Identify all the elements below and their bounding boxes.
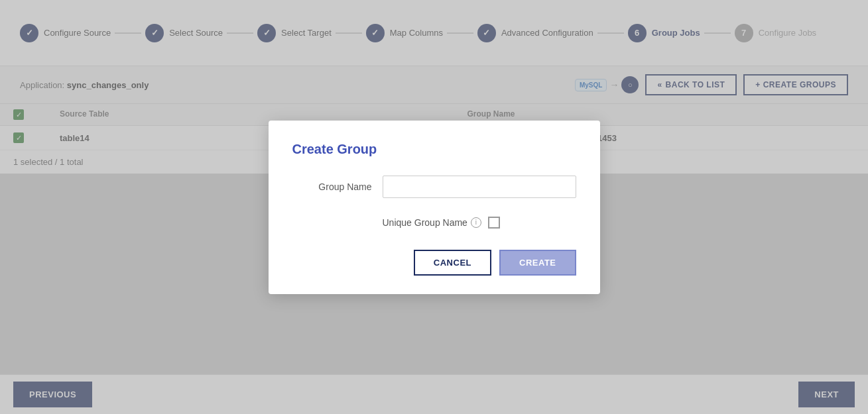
modal-title: Create Group bbox=[292, 142, 576, 157]
info-icon[interactable]: i bbox=[471, 217, 481, 228]
modal-dialog: Create Group Group Name Unique Group Nam… bbox=[269, 121, 600, 294]
unique-group-container: Unique Group Name i bbox=[383, 217, 500, 229]
group-name-row: Group Name bbox=[292, 176, 576, 198]
group-name-input[interactable] bbox=[383, 176, 576, 198]
modal-actions: CANCEL CREATE bbox=[292, 250, 576, 276]
modal-overlay: Create Group Group Name Unique Group Nam… bbox=[0, 0, 868, 414]
unique-group-checkbox[interactable] bbox=[488, 217, 500, 229]
page-wrapper: ✓ Configure Source ✓ Select Source ✓ Sel… bbox=[0, 0, 868, 414]
cancel-button[interactable]: CANCEL bbox=[414, 250, 491, 276]
group-name-label: Group Name bbox=[292, 181, 372, 192]
unique-group-row: Unique Group Name i bbox=[292, 217, 576, 229]
unique-group-label: Unique Group Name i bbox=[383, 217, 481, 228]
create-button[interactable]: CREATE bbox=[499, 250, 576, 276]
